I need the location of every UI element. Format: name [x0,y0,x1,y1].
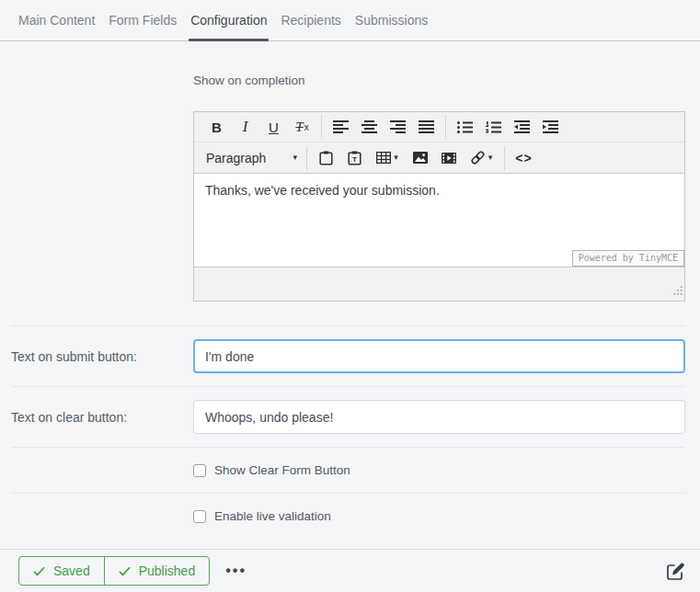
tab-form-fields[interactable]: Form Fields [109,0,177,40]
check-icon [33,566,45,576]
show-clear-form-label: Show Clear Form Button [214,463,350,477]
toolbar-separator [321,115,322,139]
align-right-button[interactable] [384,115,412,139]
edit-button[interactable] [666,562,685,581]
clear-button-text-row: Text on clear button: [11,386,685,447]
show-clear-form-checkbox[interactable] [193,464,206,477]
align-justify-icon [419,120,434,133]
align-left-button[interactable] [327,115,355,139]
submit-button-text-row: Text on submit button: [11,325,685,386]
rich-text-editor: B I U Tx [193,111,685,302]
published-button[interactable]: Published [104,557,210,585]
show-on-completion-section: Show on completion B I U Tx [11,41,685,325]
paragraph-format-value: Paragraph [206,151,266,165]
source-code-button[interactable]: <> [510,146,538,170]
chevron-down-icon: ▾ [293,154,297,162]
check-icon [119,566,131,576]
saved-button[interactable]: Saved [19,557,104,585]
tab-bar: Main Content Form Fields Configuration R… [0,0,700,41]
align-center-icon [361,120,377,133]
chevron-down-icon: ▾ [488,154,493,162]
align-center-button[interactable] [355,115,384,139]
footer-bar: Saved Published ••• [0,549,700,592]
link-dropdown-button[interactable]: ▾ [463,146,499,170]
indent-icon [543,120,558,133]
published-label: Published [139,564,196,578]
configuration-panel: Show on completion B I U Tx [11,41,685,539]
link-icon [470,150,486,165]
toolbar-row-1: B I U Tx [194,112,684,142]
toolbar-separator [306,146,307,170]
tab-main-content[interactable]: Main Content [18,0,95,40]
paste-as-text-icon: T [348,151,361,165]
tab-recipients[interactable]: Recipients [281,0,340,40]
underline-button[interactable]: U [259,115,288,139]
live-validation-row: Enable live validation [11,493,685,539]
live-validation-label: Enable live validation [214,509,331,523]
bold-button[interactable]: B [202,115,231,139]
clear-formatting-button[interactable]: Tx [288,115,316,139]
clear-formatting-icon: T [295,120,303,135]
toolbar-separator [445,115,446,139]
table-dropdown-button[interactable]: ▾ [369,146,406,170]
align-justify-button[interactable] [412,115,441,139]
submit-button-text-label: Text on submit button: [11,349,193,364]
toolbar-row-2: Paragraph ▾ T ▾ [194,142,684,173]
status-button-group: Saved Published [18,556,210,586]
resize-grip-icon [673,286,683,295]
editor-statusbar [194,267,684,301]
paste-button[interactable] [312,146,340,170]
tinymce-branding-link[interactable]: Powered by TinyMCE [572,250,684,267]
bullet-list-button[interactable] [451,115,479,139]
indent-button[interactable] [536,115,565,139]
media-icon [442,153,456,164]
saved-label: Saved [53,564,90,578]
image-icon [413,152,428,164]
chevron-down-icon: ▾ [394,154,398,162]
outdent-button[interactable] [508,115,536,139]
align-left-icon [333,120,349,133]
live-validation-checkbox[interactable] [193,510,206,523]
align-right-icon [390,120,406,133]
submit-button-text-input[interactable] [193,339,685,373]
more-options-button[interactable]: ••• [225,564,247,578]
svg-text:T: T [352,155,357,164]
paragraph-format-dropdown[interactable]: Paragraph ▾ [202,146,302,170]
compose-icon [666,562,685,581]
editor-toolbar: B I U Tx [194,112,684,174]
outdent-icon [514,120,530,133]
show-clear-form-row: Show Clear Form Button [11,447,685,493]
show-on-completion-label: Show on completion [193,74,685,87]
numbered-list-icon [486,121,501,133]
bullet-list-icon [457,121,473,133]
numbered-list-button[interactable] [479,115,508,139]
toolbar-separator [504,146,505,170]
paste-icon [319,151,333,165]
table-icon [376,152,391,164]
insert-image-button[interactable] [406,146,434,170]
resize-handle[interactable] [673,282,683,299]
tab-submissions[interactable]: Submissions [355,0,428,40]
insert-media-button[interactable] [434,146,463,170]
clear-button-text-label: Text on clear button: [11,410,193,425]
italic-button[interactable]: I [231,115,259,139]
paste-as-text-button[interactable]: T [340,146,369,170]
clear-button-text-input[interactable] [193,400,685,434]
tab-configuration[interactable]: Configuration [190,0,267,40]
